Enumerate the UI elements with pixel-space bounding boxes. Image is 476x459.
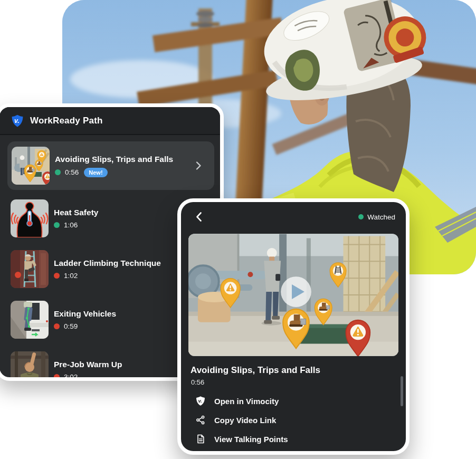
- modal-header: Watched: [181, 202, 406, 232]
- item-thumbnail-vehicles: [11, 301, 49, 339]
- item-duration: 0:59: [64, 322, 78, 330]
- menu-view-talking-points[interactable]: View Talking Points: [181, 429, 406, 448]
- vimocity-logo-icon: v.: [11, 114, 24, 128]
- item-thumbnail-heat: [11, 199, 49, 237]
- menu-label: View Talking Points: [214, 435, 288, 444]
- item-duration: 3:02: [64, 373, 78, 381]
- watched-dot: [358, 214, 364, 219]
- video-title: Avoiding Slips, Trips and Falls: [191, 365, 406, 376]
- panel-title: WorkReady Path: [30, 116, 103, 126]
- new-badge: New!: [84, 168, 107, 177]
- item-title: Pre-Job Warm Up: [54, 360, 122, 369]
- back-button[interactable]: [192, 209, 207, 225]
- modal-scrollbar-thumb[interactable]: [401, 376, 403, 406]
- item-thumbnail-warmup: [11, 351, 49, 381]
- item-thumbnail-ladder: [11, 250, 49, 288]
- menu-open-in-vimocity[interactable]: v. Open in Vimocity: [181, 391, 406, 410]
- watched-dot: [54, 222, 60, 228]
- menu-copy-video-link[interactable]: Copy Video Link: [181, 410, 406, 429]
- share-icon: [195, 415, 206, 425]
- video-duration: 0:56: [191, 378, 406, 386]
- watched-status: Watched: [358, 213, 395, 221]
- item-title: Exiting Vehicles: [54, 309, 116, 319]
- svg-text:v.: v.: [14, 117, 20, 124]
- video-preview-illustration: [188, 234, 398, 356]
- unwatched-dot: [54, 374, 60, 380]
- vimocity-icon: v.: [195, 396, 206, 406]
- video-preview[interactable]: [188, 234, 398, 356]
- item-title: Heat Safety: [54, 208, 98, 217]
- watched-dot: [55, 169, 61, 175]
- item-title: Avoiding Slips, Trips and Falls: [55, 155, 173, 164]
- menu-label: Copy Video Link: [214, 416, 276, 425]
- unwatched-dot: [54, 273, 60, 279]
- video-detail-modal: Watched: [177, 198, 410, 455]
- document-icon: [195, 434, 206, 444]
- watched-label: Watched: [367, 213, 395, 221]
- item-title: Ladder Climbing Technique: [54, 259, 161, 268]
- unwatched-dot: [54, 323, 60, 329]
- path-item-avoiding-slips[interactable]: Avoiding Slips, Trips and Falls 0:56 New…: [7, 141, 214, 190]
- item-duration: 1:02: [64, 272, 78, 280]
- chevron-right-icon: [193, 160, 204, 171]
- item-thumbnail-slips: [12, 147, 50, 185]
- panel-header: v. WorkReady Path: [0, 107, 220, 135]
- item-duration: 1:06: [64, 221, 78, 229]
- chevron-left-icon: [194, 211, 205, 223]
- item-duration: 0:56: [65, 168, 79, 176]
- menu-label: Open in Vimocity: [214, 397, 279, 406]
- svg-text:v.: v.: [198, 398, 202, 404]
- action-menu: v. Open in Vimocity Copy Video Link: [181, 391, 406, 448]
